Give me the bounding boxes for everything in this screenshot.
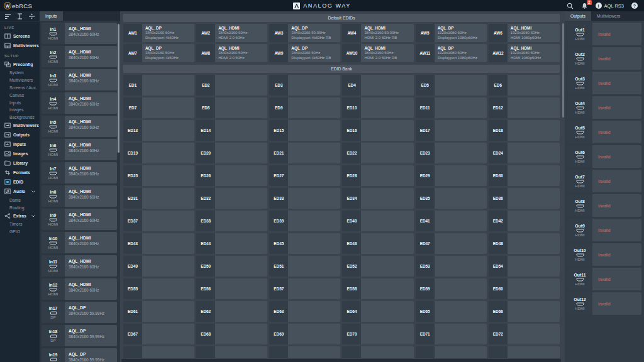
input-card[interactable]: In18 DP AQL_DP 3840x2160 59.99Hz <box>42 325 117 346</box>
edid-bank-slot[interactable]: ED10 <box>342 97 413 118</box>
edid-bank-slot[interactable]: ED6 <box>489 75 560 96</box>
sidebar-subitem-gpio[interactable]: GPIO <box>0 228 40 236</box>
edid-bank-slot[interactable]: ED48 <box>489 233 560 254</box>
edid-bank-slot[interactable]: ED23 <box>416 143 487 163</box>
default-edid-card[interactable]: AW3 AQL_DP 3840x2160 59.99Hz Displayport… <box>269 24 340 42</box>
edid-bank-slot[interactable] <box>489 346 560 358</box>
device-indicator[interactable]: i AQL RS3 <box>596 3 624 9</box>
edid-bank-slot[interactable]: ED63 <box>269 301 340 322</box>
edid-bank-slot[interactable]: ED15 <box>269 120 340 141</box>
edid-bank-slot[interactable]: ED2 <box>196 75 267 96</box>
sidebar-subitem-multiviewers[interactable]: Multiviewers <box>0 77 40 84</box>
input-card[interactable]: In4 HDMI AQL_HDMI 3840x2160 60Hz <box>42 92 117 114</box>
edid-bank-slot[interactable]: ED14 <box>196 120 267 141</box>
input-card[interactable]: In17 DP AQL_DP 3840x2160 59.99Hz <box>42 302 117 323</box>
edid-bank-slot[interactable]: ED5 <box>416 75 487 96</box>
edid-bank-slot[interactable]: ED46 <box>342 233 413 254</box>
edid-bank-slot[interactable]: ED40 <box>342 211 413 231</box>
sidebar-item-multiviewers-live[interactable]: Multiviewers <box>0 41 40 50</box>
default-edid-card[interactable]: AW6 AQL_HDMI 1920x1080 60Hz HDMI 1080p60… <box>489 24 560 42</box>
default-edid-card[interactable]: AW12 AQL_HDMI 1920x1080 50Hz HDMI 1080p5… <box>489 44 560 62</box>
edid-bank-slot[interactable]: ED37 <box>123 211 194 231</box>
input-card[interactable]: In1 HDMI AQL_HDMI 3840x2160 60Hz <box>42 23 117 44</box>
edid-bank-slot[interactable]: ED20 <box>196 143 267 163</box>
edid-bank-slot[interactable]: ED27 <box>269 165 340 186</box>
edid-bank-slot[interactable] <box>416 346 487 358</box>
input-card[interactable]: In8 HDMI AQL_HDMI 3840x2160 60Hz <box>42 185 117 207</box>
sidebar-item-audio[interactable]: Audio <box>0 187 40 196</box>
edid-bank-slot[interactable]: ED25 <box>123 165 194 186</box>
edid-bank-slot[interactable]: ED47 <box>416 233 487 254</box>
edid-bank-slot[interactable]: ED62 <box>196 301 267 322</box>
sidebar-subitem-routing[interactable]: Routing <box>0 204 40 211</box>
input-card[interactable]: In3 HDMI AQL_HDMI 3840x2160 60Hz <box>42 69 117 90</box>
edid-bank-slot[interactable]: ED67 <box>123 324 194 344</box>
edid-bank-slot[interactable]: ED44 <box>196 233 267 254</box>
edid-bank-slot[interactable]: ED68 <box>196 324 267 344</box>
edid-bank-slot[interactable]: ED31 <box>123 188 194 209</box>
horizontal-scrollbar[interactable] <box>121 359 561 362</box>
input-card[interactable]: In12 HDMI AQL_HDMI 3840x2160 60Hz <box>42 278 117 300</box>
sidebar-subitem-screens-aux[interactable]: Screens / Aux. <box>0 84 40 92</box>
default-edid-card[interactable]: AW9 AQL_DP 3840x2160 50Hz Displayport 4k… <box>269 44 340 62</box>
sidebar-item-preconfig[interactable]: Preconfig <box>0 60 40 69</box>
sidebar-item-formats[interactable]: Formats <box>0 168 40 177</box>
sidebar-subitem-dante[interactable]: Dante <box>0 196 40 204</box>
sidebar-item-multiviewers-setup[interactable]: Multiviewers <box>0 121 40 130</box>
edid-bank-slot[interactable]: ED59 <box>416 278 487 299</box>
edid-bank-slot[interactable]: ED41 <box>416 211 487 231</box>
sidebar-subitem-backgrounds[interactable]: Backgrounds <box>0 114 40 121</box>
sidebar-subitem-timers[interactable]: Timers <box>0 221 40 228</box>
notifications-bell-icon[interactable]: 2 <box>581 3 588 9</box>
sidebar-item-edid[interactable]: EDID <box>0 177 40 187</box>
input-card[interactable]: In9 HDMI AQL_HDMI 3840x2160 60Hz <box>42 209 117 230</box>
edid-bank-slot[interactable]: ED38 <box>196 211 267 231</box>
sidebar-subitem-canvas[interactable]: Canvas <box>0 91 40 99</box>
edid-bank-slot[interactable]: ED33 <box>269 188 340 209</box>
edid-bank-slot[interactable]: ED29 <box>416 165 487 186</box>
output-card[interactable]: Out10 HDMI Invalid <box>567 243 641 266</box>
sidebar-item-images[interactable]: Images <box>0 149 40 158</box>
split-divider-icon[interactable] <box>28 13 35 19</box>
edid-bank-slot[interactable] <box>269 346 340 358</box>
fit-height-icon[interactable] <box>16 13 23 19</box>
edid-bank-slot[interactable]: ED4 <box>342 75 413 96</box>
edid-bank-slot[interactable]: ED55 <box>123 278 194 299</box>
edid-bank-slot[interactable]: ED22 <box>342 143 413 163</box>
edid-bank-slot[interactable]: ED64 <box>342 301 413 322</box>
edid-bank-slot[interactable]: ED17 <box>416 120 487 141</box>
edid-bank-slot[interactable]: ED28 <box>342 165 413 186</box>
output-card[interactable]: Out4 HDMI Invalid <box>567 96 641 119</box>
edid-bank-slot[interactable]: ED54 <box>489 256 560 277</box>
edid-bank-slot[interactable]: ED12 <box>489 97 560 118</box>
edid-bank-slot[interactable]: ED3 <box>269 75 340 96</box>
sidebar-item-screens[interactable]: Screens <box>0 31 40 41</box>
input-card[interactable]: In6 HDMI AQL_HDMI 3840x2160 60Hz <box>42 139 117 160</box>
sidebar-subitem-inputs[interactable]: Inputs <box>0 99 40 106</box>
inputs-scrollbar[interactable] <box>118 24 119 153</box>
edid-bank-slot[interactable]: ED24 <box>489 143 560 163</box>
help-icon[interactable]: ? <box>631 3 638 9</box>
edid-bank-slot[interactable]: ED50 <box>196 256 267 277</box>
main-scrollbar[interactable] <box>562 23 564 118</box>
output-card[interactable]: Out2 HDMI Invalid <box>567 47 641 70</box>
tab-outputs[interactable]: Outputs <box>565 11 591 21</box>
output-card[interactable]: Out1 HDMI Invalid <box>567 23 641 45</box>
edid-bank-slot[interactable]: ED8 <box>196 97 267 118</box>
edid-bank-slot[interactable] <box>342 346 413 358</box>
edid-bank-slot[interactable]: ED11 <box>416 97 487 118</box>
edid-bank-slot[interactable]: ED49 <box>123 256 194 277</box>
edid-bank-slot[interactable]: ED51 <box>269 256 340 277</box>
edid-bank-slot[interactable]: ED30 <box>489 165 560 186</box>
edid-bank-slot[interactable]: ED36 <box>489 188 560 209</box>
input-card[interactable]: In5 HDMI AQL_HDMI 3840x2160 60Hz <box>42 116 117 137</box>
edid-bank-slot[interactable]: ED53 <box>416 256 487 277</box>
sidebar-item-outputs[interactable]: Outputs <box>0 130 40 140</box>
edid-bank-slot[interactable]: ED57 <box>269 278 340 299</box>
edid-bank-slot[interactable]: ED65 <box>416 301 487 322</box>
edid-bank-slot[interactable]: ED18 <box>489 120 560 141</box>
edid-bank-slot[interactable]: ED52 <box>342 256 413 277</box>
input-card[interactable]: In2 HDMI AQL_HDMI 3840x2160 60Hz <box>42 46 117 67</box>
edid-bank-slot[interactable]: ED19 <box>123 143 194 163</box>
edid-bank-slot[interactable] <box>123 346 194 358</box>
